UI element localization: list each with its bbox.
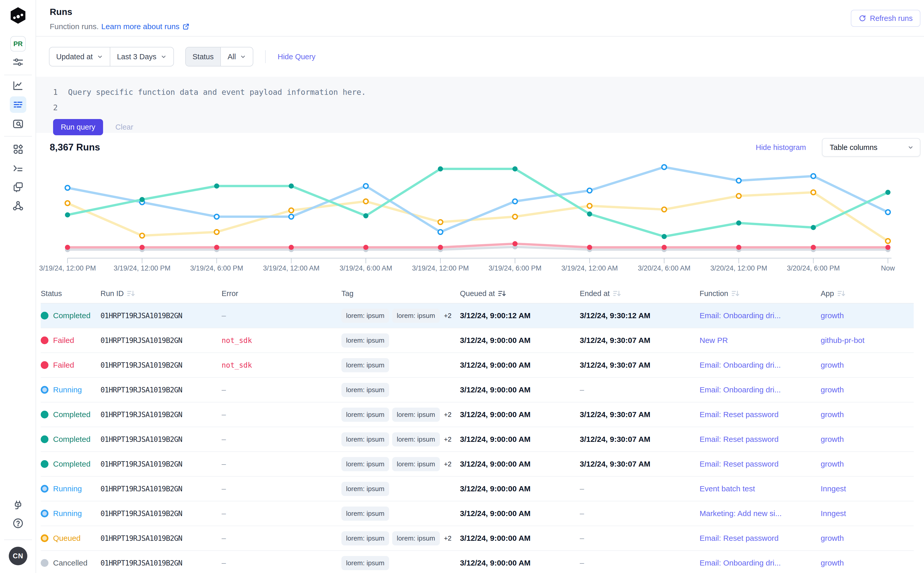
function-link[interactable]: Email: Onboarding dri... — [700, 311, 821, 320]
tag-chip: lorem: ipsum — [341, 333, 389, 348]
sidebar-divider — [4, 136, 32, 136]
queued-at-cell: 3/12/24, 9:00:00 AM — [460, 385, 580, 394]
app-link[interactable]: growth — [821, 385, 914, 394]
table-row[interactable]: Running01HRPT19RJSA1019B2GN–lorem: ipsum… — [41, 501, 914, 526]
refresh-runs-button[interactable]: Refresh runs — [851, 10, 920, 27]
app-link[interactable]: growth — [821, 311, 914, 320]
filter-sliders-icon[interactable] — [12, 56, 24, 68]
extra-tags-count: +2 — [444, 435, 452, 443]
run-id-cell: 01HRPT19RJSA1019B2GN — [100, 312, 222, 320]
metrics-icon[interactable] — [12, 80, 24, 92]
app-link[interactable]: growth — [821, 534, 914, 543]
function-link[interactable]: Email: Reset password — [700, 534, 821, 543]
help-icon[interactable] — [12, 517, 24, 529]
column-header-app[interactable]: App — [821, 289, 914, 298]
table-row[interactable]: Failed01HRPT19RJSA1019B2GNnot_sdklorem: … — [41, 353, 914, 378]
app-link[interactable]: growth — [821, 559, 914, 567]
clear-query-button[interactable]: Clear — [116, 123, 133, 132]
table-row[interactable]: Completed01HRPT19RJSA1019B2GN–lorem: ips… — [41, 452, 914, 477]
queued-at-cell: 3/12/24, 9:00:00 AM — [460, 559, 580, 567]
status-filter-dropdown[interactable]: All — [220, 47, 253, 66]
status-label: Failed — [53, 361, 74, 369]
chevron-down-icon — [161, 53, 167, 60]
tag-cell: lorem: ipsum — [341, 507, 460, 521]
sidebar-item-runs[interactable] — [10, 96, 26, 113]
error-cell: – — [222, 460, 341, 468]
table-row[interactable]: Queued01HRPT19RJSA1019B2GN–lorem: ipsuml… — [41, 526, 914, 551]
run-id-cell: 01HRPT19RJSA1019B2GN — [100, 460, 222, 468]
column-header-function[interactable]: Function — [700, 289, 821, 298]
windows-icon[interactable] — [12, 181, 24, 193]
query-editor[interactable]: 1 Query specific function data and event… — [36, 77, 924, 133]
app-link[interactable]: Inngest — [821, 509, 914, 518]
function-link[interactable]: Email: Reset password — [700, 435, 821, 444]
extra-tags-count: +2 — [444, 534, 452, 542]
tag-cell: lorem: ipsumlorem: ipsum+2 — [341, 408, 460, 422]
time-range-dropdown[interactable]: Last 3 Days — [110, 47, 174, 66]
app-link[interactable]: growth — [821, 410, 914, 419]
table-body: Completed01HRPT19RJSA1019B2GN–lorem: ips… — [41, 304, 914, 573]
function-link[interactable]: New PR — [700, 336, 821, 345]
function-link[interactable]: Email: Reset password — [700, 460, 821, 468]
event-search-icon[interactable] — [12, 118, 24, 130]
chevron-down-icon — [240, 53, 246, 60]
status-cell: Completed — [41, 435, 100, 444]
table-row[interactable]: Completed01HRPT19RJSA1019B2GN–lorem: ips… — [41, 427, 914, 452]
table-row[interactable]: Running01HRPT19RJSA1019B2GN–lorem: ipsum… — [41, 477, 914, 501]
status-dot-icon — [41, 435, 49, 443]
app-link[interactable]: github-pr-bot — [821, 336, 914, 345]
error-cell: – — [222, 385, 341, 394]
app-link[interactable]: growth — [821, 460, 914, 468]
hide-histogram-link[interactable]: Hide histogram — [756, 143, 806, 152]
plug-icon[interactable] — [12, 499, 24, 511]
function-link[interactable]: Email: Onboarding dri... — [700, 361, 821, 369]
hide-query-link[interactable]: Hide Query — [277, 53, 315, 61]
run-query-button[interactable]: Run query — [53, 119, 103, 135]
status-dot-icon — [41, 510, 49, 517]
table-row[interactable]: Cancelled01HRPT19RJSA1019B2GN–lorem: ips… — [41, 551, 914, 573]
app-link[interactable]: Inngest — [821, 484, 914, 493]
column-header-status: Status — [41, 289, 100, 298]
tag-chip: lorem: ipsum — [392, 531, 440, 545]
svg-text:3/19/24, 12:00 PM: 3/19/24, 12:00 PM — [39, 265, 96, 272]
table-row[interactable]: Completed01HRPT19RJSA1019B2GN–lorem: ips… — [41, 304, 914, 328]
ended-at-cell: 3/12/24, 9:30:07 AM — [580, 410, 700, 419]
app-link[interactable]: growth — [821, 361, 914, 369]
sidebar-divider — [4, 75, 32, 75]
queued-at-cell: 3/12/24, 9:00:00 AM — [460, 509, 580, 518]
main-content: Runs Function runs. Learn more about run… — [36, 0, 924, 573]
table-row[interactable]: Completed01HRPT19RJSA1019B2GN–lorem: ips… — [41, 402, 914, 427]
app-link[interactable]: growth — [821, 435, 914, 444]
table-row[interactable]: Running01HRPT19RJSA1019B2GN–lorem: ipsum… — [41, 378, 914, 402]
sort-field-dropdown[interactable]: Updated at — [50, 47, 110, 66]
function-link[interactable]: Event batch test — [700, 484, 821, 493]
column-header-ended-at[interactable]: Ended at — [580, 289, 700, 298]
run-id-cell: 01HRPT19RJSA1019B2GN — [100, 336, 222, 345]
table-row[interactable]: Failed01HRPT19RJSA1019B2GNnot_sdklorem: … — [41, 328, 914, 353]
status-label: Running — [53, 484, 82, 493]
tag-chip: lorem: ipsum — [341, 408, 389, 422]
function-link[interactable]: Email: Reset password — [700, 410, 821, 419]
extra-tags-count: +2 — [444, 312, 452, 320]
tag-cell: lorem: ipsumlorem: ipsum+2 — [341, 457, 460, 471]
tag-chip: lorem: ipsum — [341, 308, 389, 323]
avatar[interactable]: CN — [9, 547, 27, 565]
filter-bar: Updated at Last 3 Days Status All Hide Q… — [36, 37, 924, 77]
status-label: Completed — [53, 410, 91, 419]
workspace-badge[interactable]: PR — [10, 36, 26, 52]
sort-icon — [127, 289, 135, 297]
column-header-queued-at[interactable]: Queued at — [460, 289, 580, 298]
error-cell: – — [222, 311, 341, 320]
webhook-icon[interactable] — [12, 200, 24, 212]
svg-text:3/19/24, 12:00 AM: 3/19/24, 12:00 AM — [561, 265, 618, 272]
function-link[interactable]: Marketing: Add new si... — [700, 509, 821, 518]
apps-icon[interactable] — [12, 143, 24, 155]
learn-more-link[interactable]: Learn more about runs — [101, 22, 190, 31]
function-link[interactable]: Email: Onboarding dri... — [700, 559, 821, 567]
table-columns-dropdown[interactable]: Table columns — [822, 138, 920, 157]
function-link[interactable]: Email: Onboarding dri... — [700, 385, 821, 394]
runs-histogram: 3/19/24, 12:00 PM3/19/24, 12:00 PM3/19/2… — [36, 162, 924, 275]
column-header-run-id[interactable]: Run ID — [100, 289, 222, 298]
inngest-logo-icon — [10, 7, 26, 24]
terminal-icon[interactable] — [12, 162, 24, 174]
